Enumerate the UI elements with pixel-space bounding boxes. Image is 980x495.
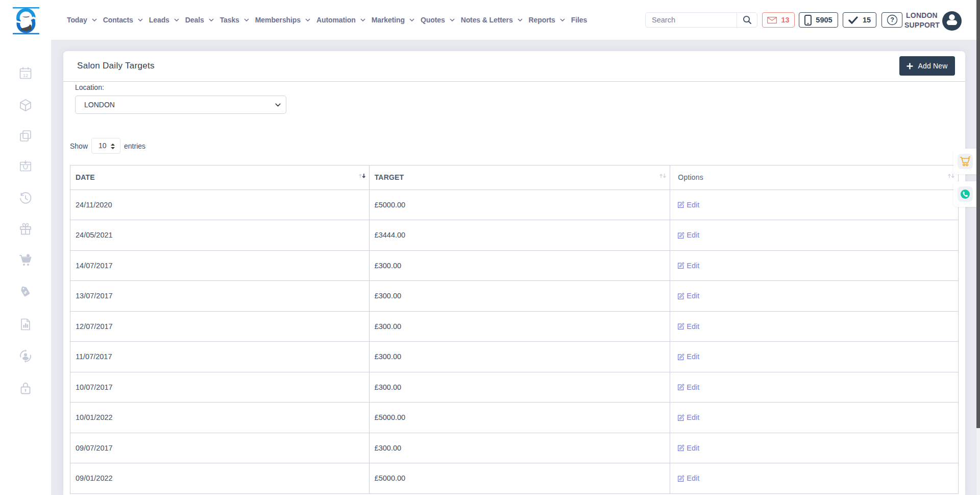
svg-text:?: ? — [890, 16, 894, 23]
svg-text:12: 12 — [23, 73, 28, 78]
